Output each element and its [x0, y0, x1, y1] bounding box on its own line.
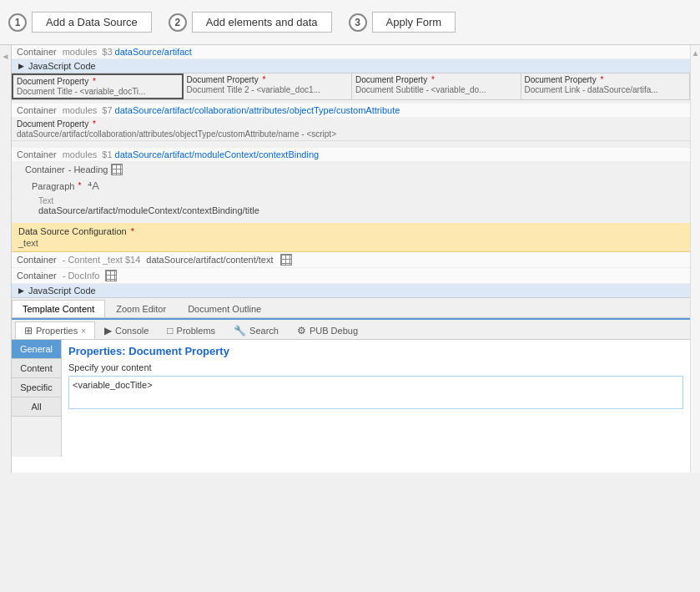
- pub-debug-icon: ⚙: [297, 325, 306, 336]
- props-left-tab-specific[interactable]: Specific: [12, 378, 61, 397]
- tab-zoom-editor[interactable]: Zoom Editor: [105, 300, 177, 317]
- container-tag-1: Container: [17, 47, 57, 57]
- props-tab-search[interactable]: 🔧 Search: [224, 321, 288, 339]
- container-path-3: dataSource/artifact/moduleContext/contex…: [115, 149, 320, 159]
- doc-prop-value-4: Document Link - dataSource/artifa...: [525, 85, 687, 94]
- doc-prop-header-5: Document Property *: [17, 119, 685, 129]
- doc-prop-header-2: Document Property *: [187, 75, 349, 84]
- tab-template-content[interactable]: Template Content: [12, 300, 105, 317]
- tab-document-outline[interactable]: Document Outline: [177, 300, 272, 317]
- props-tab-label-1: Properties: [36, 326, 78, 336]
- props-left-tab-general[interactable]: General: [12, 340, 61, 359]
- search-icon: 🔧: [234, 325, 246, 336]
- left-scroll: ◄: [0, 45, 12, 473]
- doc-prop-grid: Document Property * Document Title - <va…: [12, 73, 690, 100]
- container-tag-3: Container: [17, 149, 57, 159]
- container-row-1: Container modules $3 dataSource/artifact: [12, 45, 690, 59]
- container-module-2: modules: [63, 105, 98, 115]
- paragraph-required: *: [78, 181, 81, 190]
- props-tab-label-2: Console: [115, 326, 149, 336]
- container-sub-tag: Container: [25, 164, 65, 175]
- doc-prop-cell-3[interactable]: Document Property * Document Subtitle - …: [352, 73, 521, 99]
- paragraph-icon: ⁴A: [88, 180, 99, 192]
- props-tab-pub-debug[interactable]: ⚙ PUB Debug: [288, 321, 367, 339]
- container-tag-2: Container: [17, 105, 57, 115]
- doc-prop-cell-2[interactable]: Document Property * Document Title 2 - <…: [184, 73, 353, 99]
- content-tag-2: Container: [17, 271, 57, 281]
- props-tab-problems[interactable]: □ Problems: [158, 321, 224, 339]
- console-icon: ▶: [104, 325, 112, 336]
- doc-prop-header-4: Document Property *: [525, 75, 687, 84]
- text-row: Text dataSource/artifact/moduleContext/c…: [12, 195, 690, 218]
- doc-prop-cell-1[interactable]: Document Property * Document Title - <va…: [12, 73, 184, 99]
- step-num-1: 1: [8, 13, 27, 32]
- grid-icon-3: [105, 270, 117, 281]
- js-code-row-2[interactable]: ▶ JavaScript Code: [12, 284, 690, 298]
- props-tab-properties[interactable]: ⊞ Properties ×: [15, 321, 95, 339]
- doc-prop-value-1: Document Title - <variable_docTi...: [17, 87, 179, 96]
- container-id-1: $3: [102, 47, 112, 57]
- props-specify: Specify your content: [68, 362, 683, 372]
- content-tag-1: Container: [17, 255, 57, 265]
- props-tab-label-5: PUB Debug: [310, 326, 358, 336]
- bottom-panel: ⊞ Properties × ▶ Console □ Problems 🔧 Se…: [12, 318, 690, 473]
- props-left-tab-content[interactable]: Content: [12, 359, 61, 378]
- container-module-3: modules: [63, 149, 98, 159]
- content-module-2: - DocInfo: [63, 271, 100, 281]
- sub-container-heading: Container - Heading: [12, 162, 690, 178]
- wizard-step-2: 2 Add elements and data: [169, 12, 332, 33]
- content-row-1: Container - Content _text $14 dataSource…: [12, 252, 690, 268]
- datasource-required: *: [131, 226, 134, 236]
- triangle-icon-2: ▶: [18, 286, 24, 295]
- props-main: Properties: Document Property Specify yo…: [62, 340, 690, 457]
- doc-prop-cell-4[interactable]: Document Property * Document Link - data…: [521, 73, 691, 99]
- content-path-1: dataSource/artifact/content/text: [146, 255, 273, 265]
- doc-prop-value-2: Document Title 2 - <variable_doc1...: [187, 85, 349, 94]
- props-tab-console[interactable]: ▶ Console: [95, 321, 158, 339]
- text-label: Text: [38, 196, 663, 205]
- props-left-tabs: General Content Specific All: [12, 340, 62, 457]
- editor-scroll[interactable]: Container modules $3 dataSource/artifact…: [12, 45, 690, 298]
- container-path-2: dataSource/artifact/collaboration/attrib…: [115, 105, 400, 115]
- props-input-area[interactable]: <variable_docTitle>: [68, 376, 683, 409]
- grid-icon-2: [280, 254, 292, 266]
- step-num-2: 2: [169, 13, 187, 32]
- doc-prop-value-5: dataSource/artifact/collaboration/attrib…: [17, 129, 685, 139]
- properties-close[interactable]: ×: [81, 326, 86, 336]
- step-num-3: 3: [349, 13, 367, 32]
- js-code-label-2: JavaScript Code: [28, 286, 96, 296]
- properties-icon: ⊞: [24, 325, 33, 336]
- content-module-1: - Content _text $14: [63, 255, 141, 265]
- wizard-bar: 1 Add a Data Source 2 Add elements and d…: [0, 0, 700, 45]
- container-path-1: dataSource/artifact: [115, 47, 192, 57]
- js-code-row-1[interactable]: ▶ JavaScript Code: [12, 59, 690, 73]
- step-label-1[interactable]: Add a Data Source: [32, 12, 152, 33]
- doc-prop-section-2: Document Property * dataSource/artifact/…: [12, 118, 690, 141]
- props-left-tab-all[interactable]: All: [12, 397, 61, 417]
- props-tab-bar: ⊞ Properties × ▶ Console □ Problems 🔧 Se…: [12, 320, 690, 340]
- container-sub-heading: - Heading: [68, 164, 108, 175]
- center-content: Container modules $3 dataSource/artifact…: [12, 45, 690, 473]
- grid-icon-1: [111, 164, 123, 175]
- text-value: dataSource/artifact/moduleContext/contex…: [38, 205, 663, 215]
- container-module-1: modules: [63, 47, 98, 57]
- doc-prop-value-3: Document Subtitle - <variable_do...: [355, 85, 517, 94]
- props-title: Properties: Document Property: [68, 345, 683, 357]
- container-id-2: $7: [102, 105, 112, 115]
- step-label-2[interactable]: Add elements and data: [192, 12, 332, 33]
- main-layout: ◄ Container modules $3 dataSource/artifa…: [0, 45, 700, 473]
- triangle-icon-1: ▶: [18, 62, 24, 70]
- paragraph-row: Paragraph * ⁴A: [12, 178, 690, 195]
- paragraph-label: Paragraph: [32, 181, 74, 191]
- datasource-config: Data Source Configuration * _text: [12, 223, 690, 252]
- spacer-1: [12, 141, 690, 148]
- scroll-handle[interactable]: ▲: [690, 45, 700, 473]
- datasource-value: _text: [18, 238, 683, 248]
- wizard-step-3: 3 Apply Form: [349, 12, 456, 33]
- doc-prop-header-1: Document Property *: [17, 77, 179, 86]
- doc-prop-header-3: Document Property *: [355, 75, 517, 84]
- problems-icon: □: [167, 325, 173, 336]
- js-code-label-1: JavaScript Code: [28, 61, 96, 71]
- step-label-3[interactable]: Apply Form: [372, 12, 456, 33]
- content-row-2: Container - DocInfo: [12, 268, 690, 284]
